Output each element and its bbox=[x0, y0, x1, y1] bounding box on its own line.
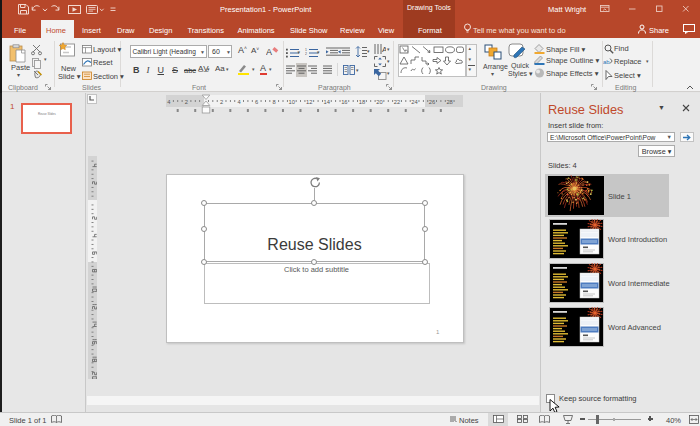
svg-text:A: A bbox=[382, 45, 386, 54]
svg-text:2: 2 bbox=[305, 52, 307, 56]
svg-text:16: 16 bbox=[341, 99, 347, 105]
svg-text:A: A bbox=[266, 47, 272, 57]
svg-text:8: 8 bbox=[273, 99, 276, 105]
svg-text:10: 10 bbox=[288, 99, 294, 105]
svg-text:24: 24 bbox=[411, 99, 418, 105]
svg-text:ab: ab bbox=[603, 59, 610, 65]
svg-text:26: 26 bbox=[429, 99, 435, 105]
svg-text:22: 22 bbox=[394, 99, 400, 105]
svg-text:18: 18 bbox=[359, 99, 365, 105]
svg-text:20: 20 bbox=[376, 99, 382, 105]
svg-text:6: 6 bbox=[255, 99, 258, 105]
svg-text:12: 12 bbox=[306, 99, 312, 105]
svg-text:4: 4 bbox=[237, 99, 241, 105]
svg-text:2: 2 bbox=[220, 99, 223, 105]
svg-text:14: 14 bbox=[324, 99, 331, 105]
svg-text:2: 2 bbox=[185, 99, 188, 105]
svg-text:28: 28 bbox=[446, 99, 452, 105]
svg-text:4: 4 bbox=[167, 99, 171, 105]
